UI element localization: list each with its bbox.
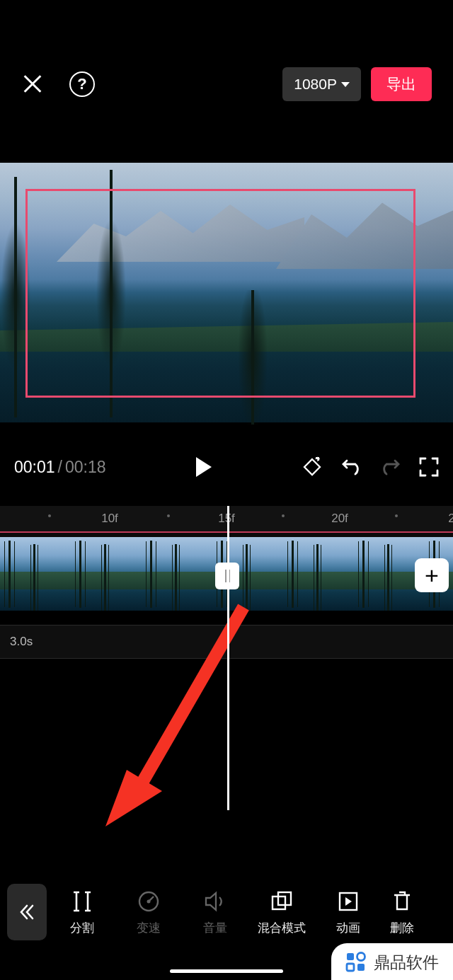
resolution-button[interactable]: 1080P: [282, 67, 361, 101]
svg-point-9: [357, 953, 365, 961]
timeline-ruler[interactable]: 10f 15f 20f 2: [0, 506, 453, 531]
timeline[interactable]: 10f 15f 20f 2 + 3.0s: [0, 506, 453, 659]
tool-split[interactable]: 分割: [51, 889, 113, 936]
speed-icon: [137, 889, 161, 914]
timecode: 00:01/00:18: [14, 458, 106, 477]
home-indicator[interactable]: [170, 969, 283, 973]
clip-track[interactable]: +: [0, 537, 453, 611]
video-preview[interactable]: [0, 163, 453, 422]
chevron-down-icon: [341, 82, 350, 87]
volume-icon: [203, 889, 227, 914]
undo-icon[interactable]: [340, 456, 362, 478]
header: ? 1080P 导出: [0, 0, 453, 163]
redo-icon[interactable]: [379, 456, 402, 478]
keyframe-icon[interactable]: +: [302, 456, 323, 478]
svg-marker-2: [105, 770, 162, 826]
svg-point-4: [147, 899, 151, 903]
split-icon: [71, 889, 93, 914]
blend-icon: [270, 889, 294, 914]
playback-controls: 00:01/00:18 +: [0, 428, 453, 506]
export-button[interactable]: 导出: [371, 67, 432, 101]
fullscreen-icon[interactable]: [419, 457, 439, 477]
help-icon[interactable]: ?: [69, 71, 95, 97]
animation-icon: [336, 889, 360, 914]
play-icon[interactable]: [196, 457, 212, 477]
tool-blend[interactable]: 混合模式: [251, 889, 313, 936]
tool-animation[interactable]: 动画: [317, 889, 379, 936]
bottom-toolbar: 分割 变速 音量 混合模式 动画 删除: [0, 874, 453, 950]
tool-volume[interactable]: 音量: [184, 889, 246, 936]
clip-handle[interactable]: [215, 563, 239, 589]
sub-track[interactable]: 3.0s: [0, 625, 453, 659]
resolution-label: 1080P: [294, 76, 337, 93]
delete-icon: [390, 889, 414, 914]
svg-rect-10: [347, 964, 354, 971]
svg-rect-8: [347, 953, 354, 960]
watermark: 鼎品软件: [331, 943, 453, 980]
svg-rect-11: [357, 964, 365, 971]
add-clip-button[interactable]: +: [415, 558, 449, 592]
close-icon[interactable]: [21, 73, 44, 96]
back-button[interactable]: [7, 884, 47, 940]
watermark-icon: [344, 950, 368, 974]
svg-text:+: +: [315, 456, 321, 464]
tool-delete[interactable]: 删除: [384, 889, 420, 936]
tool-speed[interactable]: 变速: [117, 889, 180, 936]
